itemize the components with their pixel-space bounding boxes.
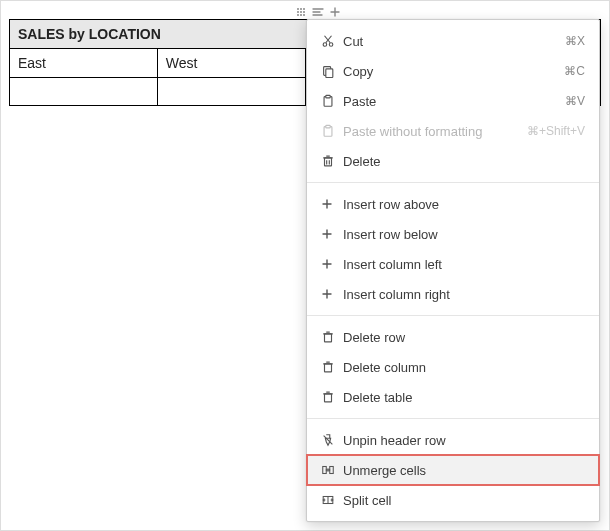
svg-point-15 bbox=[329, 43, 333, 47]
menu-divider-1 bbox=[307, 182, 599, 183]
svg-point-0 bbox=[297, 8, 299, 10]
paste-icon bbox=[321, 94, 343, 108]
drag-handle-icon[interactable] bbox=[296, 7, 306, 17]
menu-paste-nofmt-label: Paste without formatting bbox=[343, 124, 527, 139]
menu-paste[interactable]: Paste ⌘V bbox=[307, 86, 599, 116]
svg-point-8 bbox=[303, 14, 305, 16]
menu-unpin-header-row[interactable]: Unpin header row bbox=[307, 425, 599, 455]
paste-nofmt-icon bbox=[321, 124, 343, 138]
menu-insert-column-right[interactable]: Insert column right bbox=[307, 279, 599, 309]
menu-unmerge-label: Unmerge cells bbox=[343, 463, 585, 478]
editor-canvas: SALES by LOCATION East West North Cut ⌘X bbox=[0, 0, 610, 531]
menu-paste-without-formatting: Paste without formatting ⌘+Shift+V bbox=[307, 116, 599, 146]
svg-point-7 bbox=[300, 14, 302, 16]
data-cell-2[interactable] bbox=[157, 78, 305, 106]
menu-ins-col-left-label: Insert column left bbox=[343, 257, 585, 272]
table-title-text: SALES by LOCATION bbox=[18, 26, 161, 42]
menu-del-row-label: Delete row bbox=[343, 330, 585, 345]
menu-split-cell[interactable]: Split cell bbox=[307, 485, 599, 515]
svg-point-2 bbox=[303, 8, 305, 10]
plus-icon bbox=[321, 258, 343, 270]
menu-delete-label: Delete bbox=[343, 154, 585, 169]
table-toolbar-floater bbox=[296, 4, 340, 20]
cut-icon bbox=[321, 34, 343, 48]
svg-point-14 bbox=[323, 43, 327, 47]
svg-point-5 bbox=[303, 11, 305, 13]
add-icon[interactable] bbox=[330, 7, 340, 17]
unmerge-icon bbox=[321, 463, 343, 477]
menu-insert-row-below[interactable]: Insert row below bbox=[307, 219, 599, 249]
menu-insert-row-above[interactable]: Insert row above bbox=[307, 189, 599, 219]
delete-icon bbox=[321, 154, 343, 168]
menu-del-table-label: Delete table bbox=[343, 390, 585, 405]
menu-del-col-label: Delete column bbox=[343, 360, 585, 375]
table-context-menu: Cut ⌘X Copy ⌘C Paste ⌘V Paste without fo… bbox=[306, 19, 600, 522]
header-cell-east[interactable]: East bbox=[10, 49, 158, 78]
menu-ins-col-right-label: Insert column right bbox=[343, 287, 585, 302]
menu-delete[interactable]: Delete bbox=[307, 146, 599, 176]
svg-rect-22 bbox=[325, 158, 332, 166]
menu-unmerge-cells[interactable]: Unmerge cells bbox=[307, 455, 599, 485]
menu-copy[interactable]: Copy ⌘C bbox=[307, 56, 599, 86]
menu-copy-shortcut: ⌘C bbox=[564, 64, 585, 78]
menu-ins-row-below-label: Insert row below bbox=[343, 227, 585, 242]
svg-rect-31 bbox=[325, 334, 332, 342]
menu-paste-label: Paste bbox=[343, 94, 565, 109]
menu-delete-column[interactable]: Delete column bbox=[307, 352, 599, 382]
menu-divider-2 bbox=[307, 315, 599, 316]
plus-icon bbox=[321, 228, 343, 240]
unpin-icon bbox=[321, 433, 343, 447]
split-cell-icon bbox=[321, 493, 343, 507]
header-cell-west[interactable]: West bbox=[157, 49, 305, 78]
plus-icon bbox=[321, 288, 343, 300]
menu-unpin-label: Unpin header row bbox=[343, 433, 585, 448]
copy-icon bbox=[321, 64, 343, 78]
svg-rect-19 bbox=[326, 95, 330, 98]
trash-icon bbox=[321, 360, 343, 374]
menu-split-label: Split cell bbox=[343, 493, 585, 508]
svg-rect-17 bbox=[326, 69, 333, 78]
svg-rect-33 bbox=[325, 394, 332, 402]
menu-divider-3 bbox=[307, 418, 599, 419]
trash-icon bbox=[321, 390, 343, 404]
align-icon[interactable] bbox=[312, 7, 324, 17]
menu-delete-row[interactable]: Delete row bbox=[307, 322, 599, 352]
menu-cut-label: Cut bbox=[343, 34, 565, 49]
menu-cut[interactable]: Cut ⌘X bbox=[307, 26, 599, 56]
menu-cut-shortcut: ⌘X bbox=[565, 34, 585, 48]
menu-insert-column-left[interactable]: Insert column left bbox=[307, 249, 599, 279]
svg-point-6 bbox=[297, 14, 299, 16]
menu-delete-table[interactable]: Delete table bbox=[307, 382, 599, 412]
trash-icon bbox=[321, 330, 343, 344]
svg-line-34 bbox=[324, 436, 333, 445]
svg-point-3 bbox=[297, 11, 299, 13]
menu-paste-nofmt-shortcut: ⌘+Shift+V bbox=[527, 124, 585, 138]
menu-copy-label: Copy bbox=[343, 64, 564, 79]
menu-paste-shortcut: ⌘V bbox=[565, 94, 585, 108]
menu-ins-row-above-label: Insert row above bbox=[343, 197, 585, 212]
svg-rect-32 bbox=[325, 364, 332, 372]
svg-rect-21 bbox=[326, 125, 330, 128]
svg-point-4 bbox=[300, 11, 302, 13]
plus-icon bbox=[321, 198, 343, 210]
svg-point-1 bbox=[300, 8, 302, 10]
data-cell-1[interactable] bbox=[10, 78, 158, 106]
